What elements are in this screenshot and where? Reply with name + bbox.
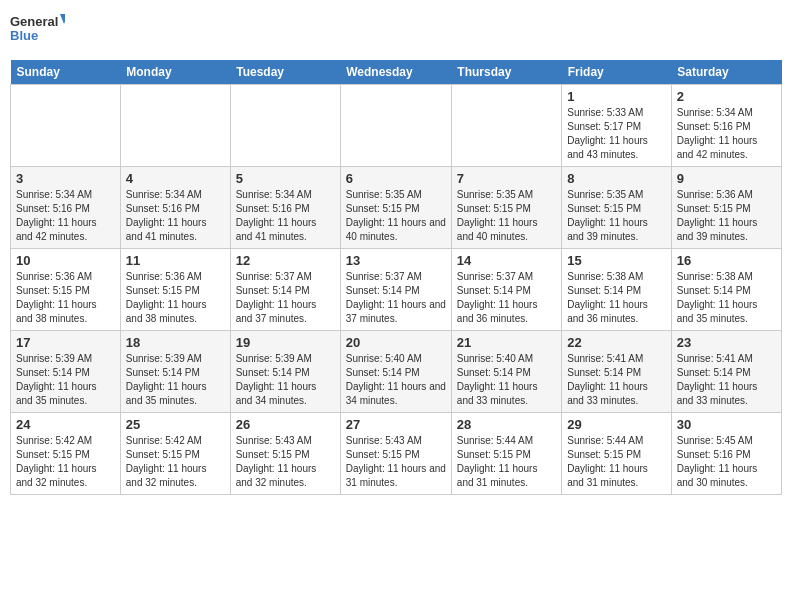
day-number: 2 — [677, 89, 776, 104]
svg-marker-2 — [60, 14, 65, 24]
calendar-cell: 23Sunrise: 5:41 AM Sunset: 5:14 PM Dayli… — [671, 331, 781, 413]
day-number: 1 — [567, 89, 666, 104]
calendar-cell: 25Sunrise: 5:42 AM Sunset: 5:15 PM Dayli… — [120, 413, 230, 495]
calendar-cell: 14Sunrise: 5:37 AM Sunset: 5:14 PM Dayli… — [451, 249, 561, 331]
day-number: 8 — [567, 171, 666, 186]
calendar-cell: 16Sunrise: 5:38 AM Sunset: 5:14 PM Dayli… — [671, 249, 781, 331]
day-number: 5 — [236, 171, 335, 186]
day-number: 19 — [236, 335, 335, 350]
svg-text:Blue: Blue — [10, 28, 38, 43]
day-number: 7 — [457, 171, 556, 186]
day-number: 6 — [346, 171, 446, 186]
day-info: Sunrise: 5:41 AM Sunset: 5:14 PM Dayligh… — [567, 352, 666, 408]
day-number: 13 — [346, 253, 446, 268]
calendar-cell: 3Sunrise: 5:34 AM Sunset: 5:16 PM Daylig… — [11, 167, 121, 249]
day-number: 21 — [457, 335, 556, 350]
day-number: 22 — [567, 335, 666, 350]
day-number: 25 — [126, 417, 225, 432]
calendar-cell: 5Sunrise: 5:34 AM Sunset: 5:16 PM Daylig… — [230, 167, 340, 249]
day-number: 29 — [567, 417, 666, 432]
calendar-cell: 22Sunrise: 5:41 AM Sunset: 5:14 PM Dayli… — [562, 331, 672, 413]
svg-text:General: General — [10, 14, 58, 29]
calendar-week-row: 3Sunrise: 5:34 AM Sunset: 5:16 PM Daylig… — [11, 167, 782, 249]
calendar-cell: 6Sunrise: 5:35 AM Sunset: 5:15 PM Daylig… — [340, 167, 451, 249]
weekday-header: Wednesday — [340, 60, 451, 85]
day-number: 16 — [677, 253, 776, 268]
calendar-cell: 12Sunrise: 5:37 AM Sunset: 5:14 PM Dayli… — [230, 249, 340, 331]
day-info: Sunrise: 5:35 AM Sunset: 5:15 PM Dayligh… — [346, 188, 446, 244]
day-info: Sunrise: 5:38 AM Sunset: 5:14 PM Dayligh… — [677, 270, 776, 326]
calendar-cell: 28Sunrise: 5:44 AM Sunset: 5:15 PM Dayli… — [451, 413, 561, 495]
day-number: 15 — [567, 253, 666, 268]
day-info: Sunrise: 5:33 AM Sunset: 5:17 PM Dayligh… — [567, 106, 666, 162]
calendar-header: SundayMondayTuesdayWednesdayThursdayFrid… — [11, 60, 782, 85]
calendar-cell — [11, 85, 121, 167]
day-number: 9 — [677, 171, 776, 186]
day-info: Sunrise: 5:37 AM Sunset: 5:14 PM Dayligh… — [236, 270, 335, 326]
calendar-cell: 19Sunrise: 5:39 AM Sunset: 5:14 PM Dayli… — [230, 331, 340, 413]
calendar-cell: 9Sunrise: 5:36 AM Sunset: 5:15 PM Daylig… — [671, 167, 781, 249]
calendar-cell: 26Sunrise: 5:43 AM Sunset: 5:15 PM Dayli… — [230, 413, 340, 495]
day-number: 11 — [126, 253, 225, 268]
calendar-cell: 7Sunrise: 5:35 AM Sunset: 5:15 PM Daylig… — [451, 167, 561, 249]
calendar-cell: 8Sunrise: 5:35 AM Sunset: 5:15 PM Daylig… — [562, 167, 672, 249]
day-info: Sunrise: 5:39 AM Sunset: 5:14 PM Dayligh… — [16, 352, 115, 408]
calendar-cell: 30Sunrise: 5:45 AM Sunset: 5:16 PM Dayli… — [671, 413, 781, 495]
logo-svg: General Blue — [10, 10, 65, 52]
logo: General Blue — [10, 10, 65, 52]
day-number: 4 — [126, 171, 225, 186]
calendar-cell: 10Sunrise: 5:36 AM Sunset: 5:15 PM Dayli… — [11, 249, 121, 331]
calendar-cell — [451, 85, 561, 167]
day-info: Sunrise: 5:43 AM Sunset: 5:15 PM Dayligh… — [236, 434, 335, 490]
day-info: Sunrise: 5:40 AM Sunset: 5:14 PM Dayligh… — [346, 352, 446, 408]
day-number: 28 — [457, 417, 556, 432]
calendar-cell: 2Sunrise: 5:34 AM Sunset: 5:16 PM Daylig… — [671, 85, 781, 167]
day-number: 18 — [126, 335, 225, 350]
calendar-cell: 11Sunrise: 5:36 AM Sunset: 5:15 PM Dayli… — [120, 249, 230, 331]
day-info: Sunrise: 5:39 AM Sunset: 5:14 PM Dayligh… — [126, 352, 225, 408]
day-info: Sunrise: 5:37 AM Sunset: 5:14 PM Dayligh… — [457, 270, 556, 326]
day-number: 23 — [677, 335, 776, 350]
calendar-cell: 13Sunrise: 5:37 AM Sunset: 5:14 PM Dayli… — [340, 249, 451, 331]
weekday-header: Friday — [562, 60, 672, 85]
day-info: Sunrise: 5:45 AM Sunset: 5:16 PM Dayligh… — [677, 434, 776, 490]
calendar-cell — [340, 85, 451, 167]
calendar-table: SundayMondayTuesdayWednesdayThursdayFrid… — [10, 60, 782, 495]
calendar-week-row: 17Sunrise: 5:39 AM Sunset: 5:14 PM Dayli… — [11, 331, 782, 413]
day-number: 14 — [457, 253, 556, 268]
calendar-cell: 4Sunrise: 5:34 AM Sunset: 5:16 PM Daylig… — [120, 167, 230, 249]
weekday-header: Monday — [120, 60, 230, 85]
day-number: 3 — [16, 171, 115, 186]
day-info: Sunrise: 5:35 AM Sunset: 5:15 PM Dayligh… — [457, 188, 556, 244]
day-number: 27 — [346, 417, 446, 432]
weekday-header: Saturday — [671, 60, 781, 85]
day-number: 20 — [346, 335, 446, 350]
day-info: Sunrise: 5:44 AM Sunset: 5:15 PM Dayligh… — [457, 434, 556, 490]
day-info: Sunrise: 5:43 AM Sunset: 5:15 PM Dayligh… — [346, 434, 446, 490]
weekday-header: Sunday — [11, 60, 121, 85]
weekday-header: Tuesday — [230, 60, 340, 85]
calendar-week-row: 1Sunrise: 5:33 AM Sunset: 5:17 PM Daylig… — [11, 85, 782, 167]
calendar-cell: 29Sunrise: 5:44 AM Sunset: 5:15 PM Dayli… — [562, 413, 672, 495]
day-number: 24 — [16, 417, 115, 432]
day-number: 12 — [236, 253, 335, 268]
day-number: 17 — [16, 335, 115, 350]
day-info: Sunrise: 5:34 AM Sunset: 5:16 PM Dayligh… — [16, 188, 115, 244]
day-info: Sunrise: 5:34 AM Sunset: 5:16 PM Dayligh… — [236, 188, 335, 244]
day-number: 30 — [677, 417, 776, 432]
day-info: Sunrise: 5:36 AM Sunset: 5:15 PM Dayligh… — [16, 270, 115, 326]
day-info: Sunrise: 5:40 AM Sunset: 5:14 PM Dayligh… — [457, 352, 556, 408]
day-info: Sunrise: 5:38 AM Sunset: 5:14 PM Dayligh… — [567, 270, 666, 326]
day-info: Sunrise: 5:34 AM Sunset: 5:16 PM Dayligh… — [126, 188, 225, 244]
calendar-cell: 1Sunrise: 5:33 AM Sunset: 5:17 PM Daylig… — [562, 85, 672, 167]
calendar-cell: 27Sunrise: 5:43 AM Sunset: 5:15 PM Dayli… — [340, 413, 451, 495]
day-info: Sunrise: 5:39 AM Sunset: 5:14 PM Dayligh… — [236, 352, 335, 408]
calendar-cell: 18Sunrise: 5:39 AM Sunset: 5:14 PM Dayli… — [120, 331, 230, 413]
day-info: Sunrise: 5:35 AM Sunset: 5:15 PM Dayligh… — [567, 188, 666, 244]
day-info: Sunrise: 5:34 AM Sunset: 5:16 PM Dayligh… — [677, 106, 776, 162]
calendar-body: 1Sunrise: 5:33 AM Sunset: 5:17 PM Daylig… — [11, 85, 782, 495]
calendar-cell: 15Sunrise: 5:38 AM Sunset: 5:14 PM Dayli… — [562, 249, 672, 331]
day-info: Sunrise: 5:41 AM Sunset: 5:14 PM Dayligh… — [677, 352, 776, 408]
day-info: Sunrise: 5:42 AM Sunset: 5:15 PM Dayligh… — [126, 434, 225, 490]
day-info: Sunrise: 5:42 AM Sunset: 5:15 PM Dayligh… — [16, 434, 115, 490]
